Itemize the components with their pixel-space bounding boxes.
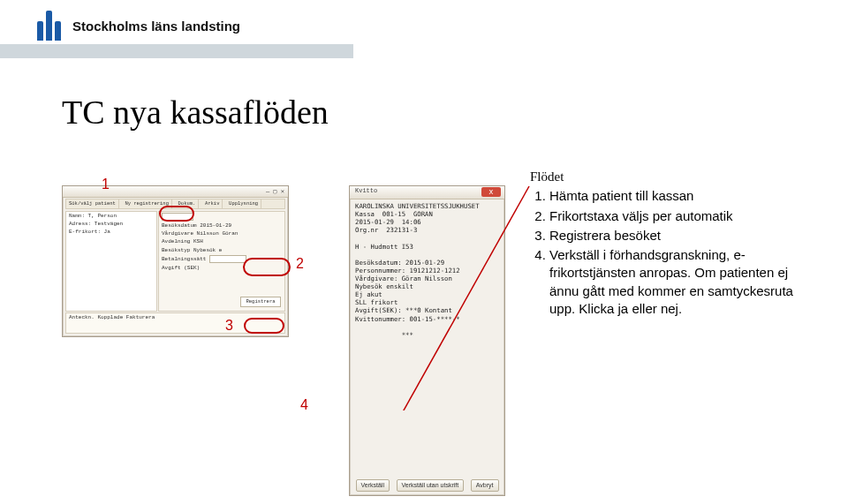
window-controls[interactable]: — ▢ ✕ [266, 188, 284, 195]
bottom-label: Anteckn. [69, 314, 95, 320]
slide-content: TC nya kassaflöden — ▢ ✕ Sök/välj patien… [0, 71, 848, 504]
verkstall-button[interactable]: Verkställ [356, 479, 390, 492]
toolbar-item[interactable]: Arkiv [202, 199, 223, 208]
right-row: Avdelning KSH [159, 237, 284, 245]
right-row: Betalningssätt [162, 256, 206, 262]
right-row: Vårdgivare Nilsson Göran [159, 229, 284, 237]
toolbar-item[interactable]: Upplysning [226, 199, 261, 208]
flow-steps: Hämta patient till kassan Frikortstaxa v… [530, 187, 804, 318]
annotation-circle-3 [244, 318, 284, 334]
flow-step: Frikortstaxa väljs per automatik [549, 207, 804, 225]
receipt-window-title: Kvitto [355, 187, 377, 194]
receipt-body: KAROLINSKA UNIVERSITETSSJUKHUSET Kassa 0… [355, 202, 480, 339]
toolbar-item[interactable]: Sök/välj patient [66, 199, 119, 208]
bottom-label: Fakturera [126, 314, 155, 320]
flow-step: Verkställ i förhandsgranskning, e-frikor… [549, 246, 804, 318]
left-row: Adress: Testvägen [66, 220, 156, 228]
annotation-number-2: 2 [296, 256, 304, 272]
annotation-circle-2 [243, 258, 291, 276]
right-row: Besöksdatum 2015-01-29 [159, 222, 284, 229]
right-row: Besökstyp Nybesök e [159, 246, 284, 254]
form-left-pane: Namn: T, Person Adress: Testvägen E-frik… [65, 211, 157, 312]
close-icon[interactable]: X [481, 187, 501, 197]
org-logo: Stockholms läns landsting [34, 11, 240, 41]
screenshot-receipt: Kvitto X KAROLINSKA UNIVERSITETSSJUKHUSE… [349, 185, 505, 496]
header-stripe [0, 44, 353, 58]
left-row: Namn: T, Person [66, 212, 156, 220]
org-name: Stockholms läns landsting [72, 19, 240, 34]
annotation-number-1: 1 [102, 177, 110, 192]
register-button[interactable]: Registrera [240, 297, 281, 307]
left-row: E-frikort: Ja [66, 228, 156, 236]
receipt-button-row: Verkställ Verkställ utan utskrift Avbryt [350, 479, 504, 492]
slide-title: TC nya kassaflöden [62, 93, 329, 132]
flow-heading: Flödet [530, 168, 804, 185]
payment-select[interactable] [209, 255, 246, 263]
avbryt-button[interactable]: Avbryt [471, 479, 499, 492]
landsting-logo-icon [34, 11, 64, 41]
flow-step: Hämta patient till kassan [549, 187, 804, 205]
verkstall-utan-button[interactable]: Verkställ utan utskrift [397, 479, 465, 492]
flow-step: Registrera besöket [549, 227, 804, 244]
annotation-number-3: 3 [225, 318, 233, 334]
annotation-number-4: 4 [300, 397, 308, 413]
flow-text: Flödet Hämta patient till kassan Frikort… [530, 168, 804, 320]
bottom-label: Kopplade [97, 314, 123, 320]
annotation-circle-1 [159, 206, 194, 222]
page-header: Stockholms läns landsting [0, 0, 848, 58]
